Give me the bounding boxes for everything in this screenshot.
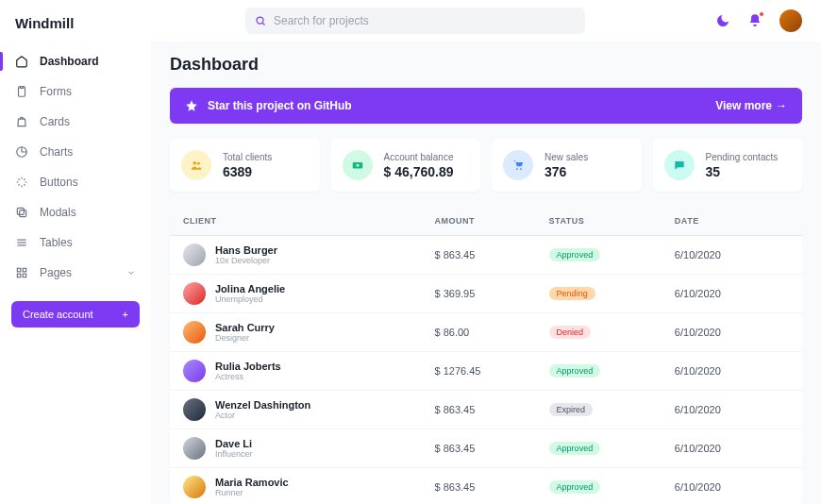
user-avatar[interactable] xyxy=(779,9,802,32)
theme-toggle-button[interactable] xyxy=(715,13,730,28)
bag-icon xyxy=(15,115,28,128)
status-badge: Pending xyxy=(549,287,595,300)
rows-icon xyxy=(15,236,28,249)
table-row[interactable]: Hans Burger10x Developer$ 863.45Approved… xyxy=(170,236,802,275)
search-input[interactable] xyxy=(245,8,585,34)
svg-rect-8 xyxy=(23,268,26,272)
stat-label: Pending contacts xyxy=(706,152,779,162)
clipboard-icon xyxy=(15,85,28,98)
amount-cell: $ 863.45 xyxy=(434,249,548,260)
date-cell: 6/10/2020 xyxy=(675,404,789,415)
client-avatar xyxy=(183,437,206,460)
notification-dot xyxy=(759,11,764,17)
table-row[interactable]: Wenzel DashingtonActor$ 863.45Expired6/1… xyxy=(170,391,802,429)
sidebar-item-pages[interactable]: Pages xyxy=(0,258,151,288)
search-wrap xyxy=(245,8,585,34)
client-name: Sarah Curry xyxy=(215,322,275,333)
sidebar-item-buttons[interactable]: Buttons xyxy=(0,167,151,197)
table-row[interactable]: Maria RamovicRunner$ 863.45Approved6/10/… xyxy=(170,468,802,504)
svg-rect-2 xyxy=(20,210,26,217)
sidebar-item-dashboard[interactable]: Dashboard xyxy=(0,46,151,76)
table-row[interactable]: Jolina AngelieUnemployed$ 369.95Pending6… xyxy=(170,275,802,313)
table-body: Hans Burger10x Developer$ 863.45Approved… xyxy=(170,236,802,504)
date-cell: 6/10/2020 xyxy=(675,327,789,338)
chevron-down-icon xyxy=(126,268,136,277)
people-icon xyxy=(181,150,211,180)
grid-icon xyxy=(15,266,28,279)
date-cell: 6/10/2020 xyxy=(675,443,789,454)
nav-list: DashboardFormsCardsChartsButtonsModalsTa… xyxy=(0,46,151,288)
sidebar-item-label: Cards xyxy=(40,115,70,128)
banner-cta[interactable]: View more → xyxy=(715,99,787,112)
status-badge: Approved xyxy=(549,480,601,494)
client-role: Actor xyxy=(215,411,310,420)
client-cell: Rulia JobertsActress xyxy=(183,360,434,382)
client-cell: Hans Burger10x Developer xyxy=(183,244,434,266)
cart-icon xyxy=(503,150,533,180)
col-status: STATUS xyxy=(549,216,675,226)
col-client: CLIENT xyxy=(183,216,434,226)
client-name: Wenzel Dashington xyxy=(215,399,310,411)
client-name: Rulia Joberts xyxy=(215,361,281,372)
home-icon xyxy=(15,55,28,68)
svg-point-17 xyxy=(516,168,518,170)
table-row[interactable]: Dave LiInfluencer$ 863.45Approved6/10/20… xyxy=(170,429,802,468)
github-banner[interactable]: Star this project on GitHub View more → xyxy=(170,88,802,124)
status-badge: Approved xyxy=(549,248,601,261)
svg-point-13 xyxy=(193,161,197,165)
status-cell: Denied xyxy=(549,326,675,339)
sidebar-item-label: Dashboard xyxy=(40,55,99,68)
client-name: Jolina Angelie xyxy=(215,283,285,294)
stat-value: $ 46,760.89 xyxy=(384,164,454,179)
client-role: Runner xyxy=(215,488,289,497)
stat-value: 35 xyxy=(706,164,779,179)
client-role: Designer xyxy=(215,333,275,343)
svg-rect-9 xyxy=(17,274,21,277)
table-row[interactable]: Rulia JobertsActress$ 1276.45Approved6/1… xyxy=(170,352,802,391)
stat-value: 6389 xyxy=(223,164,272,179)
money-icon xyxy=(343,150,373,180)
chat-icon xyxy=(664,150,695,180)
top-actions xyxy=(715,9,802,32)
client-avatar xyxy=(183,244,206,266)
svg-point-14 xyxy=(197,162,200,165)
sidebar-item-cards[interactable]: Cards xyxy=(0,107,151,137)
sidebar-item-label: Pages xyxy=(40,266,72,279)
client-avatar xyxy=(183,360,206,382)
sidebar-item-label: Charts xyxy=(40,145,73,159)
notifications-button[interactable] xyxy=(747,13,762,28)
client-name: Maria Ramovic xyxy=(215,477,289,488)
status-cell: Approved xyxy=(549,442,675,455)
svg-point-11 xyxy=(257,17,263,24)
content: Dashboard Star this project on GitHub Vi… xyxy=(151,42,821,504)
date-cell: 6/10/2020 xyxy=(675,365,789,377)
table-header: CLIENT AMOUNT STATUS DATE xyxy=(170,207,802,236)
sidebar-item-label: Forms xyxy=(40,85,72,98)
status-cell: Approved xyxy=(549,364,675,378)
client-role: Unemployed xyxy=(215,294,285,304)
create-account-button[interactable]: Create account + xyxy=(11,301,140,328)
sidebar-item-modals[interactable]: Modals xyxy=(0,197,151,227)
stat-value: 376 xyxy=(545,164,588,179)
date-cell: 6/10/2020 xyxy=(675,288,789,299)
client-cell: Wenzel DashingtonActor xyxy=(183,398,434,421)
amount-cell: $ 86.00 xyxy=(434,327,548,338)
client-role: 10x Developer xyxy=(215,256,277,265)
date-cell: 6/10/2020 xyxy=(675,249,789,260)
create-account-label: Create account xyxy=(23,309,93,320)
sidebar-item-tables[interactable]: Tables xyxy=(0,227,151,258)
table-row[interactable]: Sarah CurryDesigner$ 86.00Denied6/10/202… xyxy=(170,313,802,352)
sidebar-item-charts[interactable]: Charts xyxy=(0,137,151,167)
date-cell: 6/10/2020 xyxy=(675,481,789,493)
status-badge: Approved xyxy=(549,364,601,378)
sidebar-item-forms[interactable]: Forms xyxy=(0,76,151,107)
client-avatar xyxy=(183,476,206,498)
svg-rect-10 xyxy=(23,274,26,277)
sidebar-item-label: Tables xyxy=(40,236,73,249)
search-icon xyxy=(255,15,266,26)
client-avatar xyxy=(183,321,206,344)
client-role: Influencer xyxy=(215,449,253,459)
stat-label: Total clients xyxy=(223,152,272,162)
sidebar: Windmill DashboardFormsCardsChartsButton… xyxy=(0,0,151,504)
svg-rect-7 xyxy=(17,268,21,272)
